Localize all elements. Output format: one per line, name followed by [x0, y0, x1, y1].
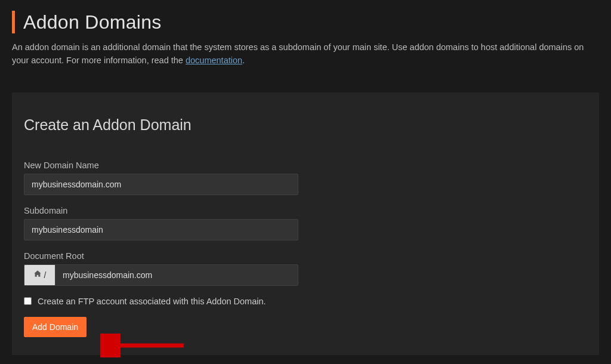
- page-title: Addon Domains: [23, 11, 162, 33]
- documentation-link[interactable]: documentation: [186, 55, 242, 65]
- add-domain-button[interactable]: Add Domain: [24, 317, 87, 337]
- ftp-checkbox-label[interactable]: Create an FTP account associated with th…: [38, 297, 266, 306]
- ftp-checkbox[interactable]: [24, 297, 32, 305]
- page-description: An addon domain is an additional domain …: [12, 41, 599, 67]
- new-domain-row: New Domain Name: [24, 161, 298, 195]
- subdomain-label: Subdomain: [24, 206, 298, 215]
- document-root-prefix: /: [24, 264, 55, 286]
- document-root-group: /: [24, 264, 298, 286]
- description-text: An addon domain is an additional domain …: [12, 42, 584, 65]
- document-root-input[interactable]: [55, 264, 298, 286]
- ftp-checkbox-row: Create an FTP account associated with th…: [24, 297, 587, 306]
- new-domain-input[interactable]: [24, 174, 298, 195]
- document-root-label: Document Root: [24, 251, 298, 261]
- document-root-row: Document Root /: [24, 251, 298, 286]
- description-after: .: [242, 55, 245, 65]
- home-icon: [33, 270, 42, 280]
- path-separator: /: [44, 270, 47, 280]
- subdomain-row: Subdomain: [24, 206, 298, 240]
- page-header: Addon Domains: [12, 11, 599, 33]
- create-addon-panel: Create an Addon Domain New Domain Name S…: [12, 92, 599, 355]
- new-domain-label: New Domain Name: [24, 161, 298, 170]
- accent-bar-icon: [12, 11, 15, 33]
- panel-title: Create an Addon Domain: [24, 116, 587, 134]
- subdomain-input[interactable]: [24, 219, 298, 240]
